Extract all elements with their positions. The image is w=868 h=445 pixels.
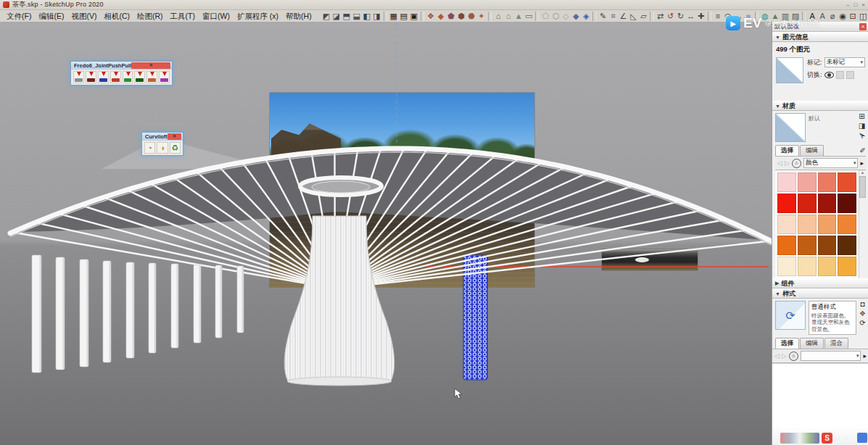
toolbar-icon-plugin[interactable]: ⬢ (456, 11, 466, 22)
toolbar-icon-edit[interactable]: ⇄ (656, 11, 665, 22)
material-swatch[interactable] (818, 215, 837, 234)
toolbar-icon-plugin[interactable]: ✦ (476, 11, 486, 22)
jointpushpull-tool-icon[interactable] (110, 71, 121, 83)
toolbar-icon-plugin[interactable]: ◆ (437, 11, 446, 22)
toolbar-icon-solid-tools[interactable]: ◨ (372, 11, 381, 22)
toolbar-icon-solid-tools[interactable]: ◧ (362, 11, 371, 22)
taskbar-app-icon[interactable] (857, 433, 867, 443)
toolbar-icon-add[interactable]: ✚ (696, 11, 706, 22)
menu-item-窗口(W)[interactable]: 窗口(W) (199, 12, 233, 22)
toolbar-icon-list[interactable]: ≡ (713, 11, 722, 22)
style-collection-dropdown[interactable]: ▾ (801, 351, 861, 361)
toolbar-icon-grid[interactable]: ▤ (399, 11, 408, 22)
toolbar-icon-curve[interactable]: ≈ (743, 11, 753, 22)
update-style-icon[interactable]: ⟳ (859, 320, 865, 327)
tab-select[interactable]: 选择 (775, 338, 799, 349)
curviloft-toolbar[interactable]: Curviloft × ◔◑♻ (141, 132, 183, 156)
tab-select[interactable]: 选择 (775, 145, 799, 156)
curviloft-tool-icon[interactable]: ◔ (144, 142, 155, 154)
sogou-input-icon[interactable]: S (822, 433, 832, 444)
toolbar-icon-structure[interactable]: ⌂ (494, 11, 503, 22)
back-arrow-icon[interactable]: ◁ (777, 159, 782, 167)
tab-mix[interactable]: 混合 (824, 338, 848, 349)
taskbar-preview-thumbnail[interactable] (780, 433, 819, 444)
toolbar-icon-arc[interactable]: ◡ (733, 11, 743, 22)
in-model-icon[interactable]: ⌂ (792, 159, 801, 168)
toolbar-icon-grid[interactable]: ▣ (409, 11, 418, 22)
details-arrow-icon[interactable]: ▸ (863, 352, 867, 359)
menu-item-帮助(H)[interactable]: 帮助(H) (282, 12, 315, 22)
toolbar-icon-dimension[interactable]: ⌀ (828, 11, 838, 22)
material-swatch[interactable] (798, 257, 817, 276)
mic-icon[interactable]: ♪ (851, 433, 855, 444)
material-swatch[interactable] (838, 236, 856, 255)
material-swatch[interactable] (818, 172, 837, 192)
pointer-icon[interactable]: ➤ (843, 433, 849, 444)
curviloft-toolbar-titlebar[interactable]: Curviloft × (142, 133, 183, 141)
tab-edit[interactable]: 编辑 (800, 338, 824, 349)
material-swatch[interactable] (798, 194, 817, 213)
globe-icon[interactable]: ◍ (835, 433, 841, 444)
toolbar-icon-draw[interactable]: ✎ (598, 11, 608, 22)
menu-item-绘图(R)[interactable]: 绘图(R) (133, 12, 167, 22)
toolbar-icon-grid[interactable]: ▦ (389, 11, 398, 22)
toolbar-icon-terrain[interactable]: ▲ (771, 11, 780, 22)
forward-arrow-icon[interactable]: ▷ (785, 159, 790, 167)
material-collection-dropdown[interactable]: 颜色 ▾ (803, 158, 859, 168)
jointpushpull-tool-icon[interactable] (159, 71, 170, 83)
material-swatch[interactable] (818, 257, 837, 276)
toolbar-icon-draw[interactable]: ∠ (619, 11, 628, 22)
toolbar-icon-fredo-scale[interactable]: ◇ (561, 11, 571, 22)
material-swatch[interactable] (777, 257, 796, 276)
toolbar-icon-structure[interactable]: ⌂ (504, 11, 513, 22)
details-arrow-icon[interactable]: ▸ (860, 159, 864, 167)
toolbar-icon-view[interactable]: ⊡ (848, 11, 858, 22)
menu-item-文件(F)[interactable]: 文件(F) (3, 12, 35, 22)
lock-icon[interactable]: ◘ (860, 301, 864, 308)
toolbar-icon-fredo-scale[interactable]: ◆ (571, 11, 581, 22)
lock-icon[interactable] (836, 71, 844, 79)
back-arrow-icon[interactable]: ◁ (774, 352, 780, 359)
toolbar-icon-solid-tools[interactable]: ⬒ (342, 11, 351, 22)
jointpushpull-toolbar-titlebar[interactable]: Fredo6_JointPushPull × (71, 62, 172, 70)
visibility-eye-icon[interactable] (824, 72, 834, 78)
toolbar-icon-move[interactable]: ↔ (686, 11, 695, 22)
toolbar-icon-draw[interactable]: ⌗ (608, 11, 618, 22)
toolbar-icon-structure[interactable]: ▲ (514, 11, 524, 22)
maximize-button[interactable]: □ (853, 1, 857, 9)
toolbar-icon-plugin[interactable]: ⬟ (446, 11, 455, 22)
tray-header[interactable]: 默认面板 × (772, 22, 868, 32)
tag-dropdown[interactable]: 未标记 ▾ (824, 57, 865, 67)
close-icon[interactable]: × (131, 62, 170, 69)
jointpushpull-tool-icon[interactable] (98, 71, 109, 83)
material-swatch[interactable] (798, 172, 817, 192)
toolbar-icon-fredo-scale[interactable]: ⬠ (541, 11, 550, 22)
toolbar-icon-draw[interactable]: ▱ (639, 11, 648, 22)
material-swatch[interactable] (818, 194, 837, 213)
toolbar-icon-arc[interactable]: ◠ (723, 11, 732, 22)
swatch-scrollbar[interactable]: ▲ (859, 170, 866, 278)
3d-viewport[interactable]: Fredo6_JointPushPull × Curviloft × ◔◑♻ (0, 22, 772, 445)
close-icon[interactable]: × (168, 133, 181, 140)
scroll-up-icon[interactable]: ▲ (861, 170, 865, 175)
toolbar-icon-fredo-scale[interactable]: ⬡ (551, 11, 561, 22)
toolbar-icon-mesh[interactable]: ▥ (781, 11, 790, 22)
jointpushpull-tool-icon[interactable] (86, 71, 96, 83)
close-button[interactable]: × (861, 1, 865, 9)
in-model-icon[interactable]: ⌂ (789, 352, 798, 361)
material-swatch[interactable] (798, 236, 817, 255)
toolbar-icon-solid-tools[interactable]: ◪ (331, 11, 341, 22)
toolbar-icon-text[interactable]: A (808, 11, 817, 22)
components-section-header[interactable]: ▶ 组件 (772, 278, 868, 288)
toolbar-icon-view[interactable]: ◫ (859, 11, 868, 22)
toolbar-icon-structure[interactable]: ▭ (524, 11, 534, 22)
jointpushpull-tool-icon[interactable] (134, 71, 145, 83)
eyedropper-icon[interactable]: ✐ (860, 147, 866, 154)
scrollbar-thumb[interactable] (859, 176, 866, 198)
styles-section-header[interactable]: ▼ 样式 (772, 288, 868, 299)
curviloft-tool-icon[interactable]: ♻ (170, 142, 181, 154)
material-swatch[interactable] (777, 236, 796, 255)
toolbar-icon-fredo-scale[interactable]: ◈ (582, 11, 591, 22)
material-swatch[interactable] (838, 257, 856, 276)
material-swatch[interactable] (777, 194, 796, 213)
